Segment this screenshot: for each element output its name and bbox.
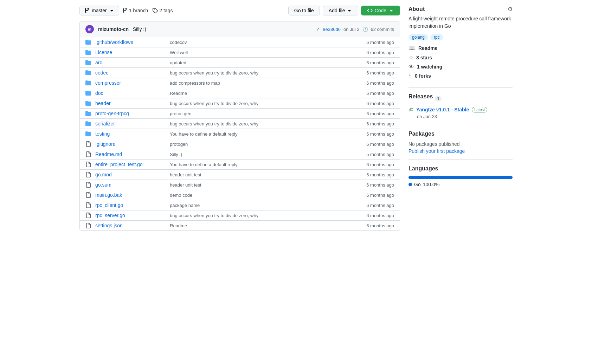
file-time: 6 months ago: [355, 203, 394, 208]
file-name[interactable]: Readme.md: [95, 151, 166, 157]
table-row: go.sum header unit test 6 months ago: [80, 180, 400, 190]
file-time: 6 months ago: [355, 101, 394, 106]
tag-count-link[interactable]: 2 tags: [152, 8, 173, 13]
publish-package-link[interactable]: Publish your first package: [408, 148, 465, 154]
commit-hash-link[interactable]: 8e386d6: [323, 27, 341, 32]
commit-date: on Jul 2: [343, 27, 360, 32]
table-row: codec bug occurs when you try to divide …: [80, 68, 400, 78]
file-time: 6 months ago: [355, 193, 394, 198]
releases-item: 🏷 Yangtze v1.0.1 - Stable Latest: [408, 107, 513, 112]
code-button[interactable]: Code: [361, 6, 400, 15]
languages-section: Languages Go 100.0%: [408, 165, 513, 187]
languages-bar: [408, 176, 513, 179]
stars-stat: ☆ 3 stars: [408, 54, 513, 61]
file-commit-message: add compressors to map: [170, 80, 351, 86]
clock-icon: 🕐: [362, 27, 368, 32]
gear-icon[interactable]: ⚙: [508, 6, 513, 12]
topic-golang[interactable]: golang: [408, 34, 428, 40]
file-time: 5 months ago: [355, 152, 394, 157]
file-name[interactable]: License: [95, 50, 166, 55]
file-name[interactable]: arc: [95, 60, 166, 65]
go-to-file-button[interactable]: Go to file: [288, 6, 320, 15]
file-commit-message: bug occurs when you try to divide zero, …: [170, 101, 351, 106]
releases-count: 1: [435, 96, 442, 101]
file-name[interactable]: entire_project_test.go: [95, 162, 166, 167]
file-commit-message: You have to define a default reply: [170, 131, 351, 137]
file-name[interactable]: header: [95, 100, 166, 106]
table-row: header bug occurs when you try to divide…: [80, 98, 400, 109]
file-time: 6 months ago: [355, 50, 394, 55]
table-row: .github/workflows codecov 6 months ago: [80, 37, 400, 47]
star-icon: ☆: [408, 54, 413, 61]
file-icon: [85, 213, 91, 218]
file-name[interactable]: rpc_server.go: [95, 213, 166, 218]
branch-label: master: [92, 8, 107, 13]
about-header: About ⚙: [408, 6, 513, 12]
forks-link[interactable]: 0 forks: [415, 73, 431, 79]
add-file-button[interactable]: Add file: [323, 6, 358, 15]
file-name[interactable]: go.sum: [95, 182, 166, 188]
releases-section: Releases 1 🏷 Yangtze v1.0.1 - Stable Lat…: [408, 93, 513, 119]
file-name[interactable]: serializer: [95, 121, 166, 126]
commits-count: 62 commits: [371, 27, 394, 32]
watching-link[interactable]: 1 watching: [417, 64, 442, 70]
file-icon: [85, 151, 91, 157]
file-name[interactable]: compressor: [95, 80, 166, 86]
file-commit-message: codecov: [170, 40, 351, 45]
table-row: main.go.bak demo code 6 months ago: [80, 190, 400, 200]
file-commit-message: updated: [170, 60, 351, 65]
file-name[interactable]: testing: [95, 131, 166, 137]
file-list: .github/workflows codecov 6 months ago L…: [80, 37, 400, 230]
folder-icon: [85, 50, 91, 55]
fork-icon: ⑂: [408, 73, 412, 79]
sidebar: About ⚙ A light-weight remote procedure …: [408, 6, 513, 231]
about-description: A light-weight remote procedure call fra…: [408, 15, 513, 30]
tag-icon: [152, 8, 158, 13]
table-row: serializer bug occurs when you try to di…: [80, 119, 400, 129]
branch-icon: [84, 8, 90, 13]
tag-count-text: 2 tags: [159, 8, 173, 13]
commits-count-link[interactable]: 62 commits: [371, 27, 394, 32]
file-name[interactable]: go.mod: [95, 172, 166, 177]
file-icon: [85, 182, 91, 188]
release-name-link[interactable]: Yangtze v1.0.1 - Stable: [416, 107, 469, 112]
file-commit-message: package name: [170, 203, 351, 208]
table-row: settings.json Readme 6 months ago: [80, 221, 400, 230]
topic-tags: golang rpc: [408, 34, 513, 40]
branch-count-link[interactable]: 1 branch: [122, 8, 148, 13]
file-name[interactable]: rpc_client.go: [95, 202, 166, 208]
commit-author: mizumoto-cn: [98, 26, 129, 32]
releases-header: Releases 1: [408, 93, 513, 104]
table-row: go.mod header unit test 6 months ago: [80, 170, 400, 180]
table-row: entire_project_test.go You have to defin…: [80, 160, 400, 170]
file-name[interactable]: .github/workflows: [95, 39, 166, 45]
file-name[interactable]: main.go.bak: [95, 192, 166, 198]
divider-3: [408, 160, 513, 160]
file-time: 6 months ago: [355, 162, 394, 167]
file-icon: [85, 172, 91, 177]
file-time: 6 months ago: [355, 213, 394, 218]
stars-link[interactable]: 3 stars: [416, 55, 432, 60]
file-time: 6 months ago: [355, 223, 394, 228]
file-time: 6 months ago: [355, 70, 394, 76]
release-date: on Jun 23: [417, 114, 513, 119]
table-row: compressor add compressors to map 6 mont…: [80, 78, 400, 88]
file-name[interactable]: settings.json: [95, 223, 166, 228]
releases-title: Releases: [408, 93, 433, 100]
file-commit-message: Well well: [170, 50, 351, 55]
file-name[interactable]: doc: [95, 90, 166, 96]
file-name[interactable]: proto-gen-trpcg: [95, 111, 166, 116]
folder-icon: [85, 90, 91, 96]
readme-link[interactable]: Readme: [418, 45, 437, 51]
about-section: About ⚙ A light-weight remote procedure …: [408, 6, 513, 79]
file-commit-message: Readme: [170, 91, 351, 96]
latest-badge: Latest: [472, 107, 487, 112]
topic-rpc[interactable]: rpc: [430, 34, 443, 40]
chevron-down-icon: [109, 8, 115, 13]
file-name[interactable]: codec: [95, 70, 166, 76]
about-title: About: [408, 6, 425, 12]
file-name[interactable]: .gitignore: [95, 141, 166, 147]
folder-icon: [85, 70, 91, 76]
branch-selector[interactable]: master: [79, 6, 119, 15]
branch-count-text: 1 branch: [129, 8, 148, 13]
